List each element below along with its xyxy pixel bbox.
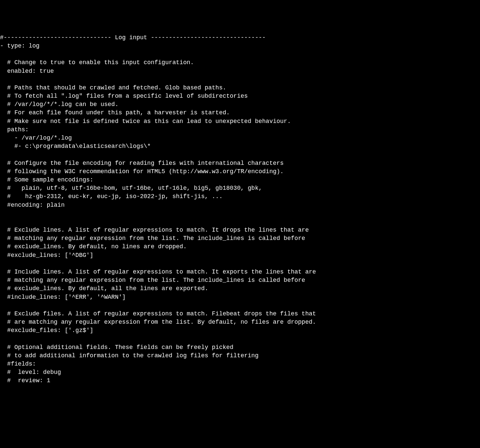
- config-line: # Make sure not file is defined twice as…: [0, 117, 480, 126]
- config-line: # are matching any regular expression fr…: [0, 318, 480, 326]
- config-line: [0, 50, 480, 58]
- config-line: # Optional additional fields. These fiel…: [0, 343, 480, 352]
- config-line: [0, 335, 480, 343]
- config-line: [0, 75, 480, 84]
- config-line: # Configure the file encoding for readin…: [0, 159, 480, 168]
- config-line: - /var/log/*.log: [0, 134, 480, 142]
- config-line: # Exclude files. A list of regular expre…: [0, 310, 480, 318]
- config-line: [0, 209, 480, 218]
- config-line: [0, 218, 480, 226]
- config-line: #encoding: plain: [0, 201, 480, 209]
- config-line: # following the W3C recommendation for H…: [0, 168, 480, 176]
- config-line: # Exclude lines. A list of regular expre…: [0, 226, 480, 234]
- config-line: #- c:\programdata\elasticsearch\logs\*: [0, 142, 480, 151]
- config-line: # exclude_lines. By default, no lines ar…: [0, 243, 480, 251]
- config-line: # For each file found under this path, a…: [0, 109, 480, 117]
- config-line: #------------------------------ Log inpu…: [0, 34, 480, 42]
- config-line: # To fetch all ".log" files from a speci…: [0, 92, 480, 100]
- config-line: #exclude_lines: ['^DBG']: [0, 251, 480, 260]
- config-line: enabled: true: [0, 67, 480, 75]
- terminal-output: #------------------------------ Log inpu…: [0, 34, 480, 385]
- config-line: [0, 301, 480, 310]
- config-line: # exclude_lines. By default, all the lin…: [0, 284, 480, 293]
- config-line: # to add additional information to the c…: [0, 352, 480, 360]
- config-line: # /var/log/*/*.log can be used.: [0, 100, 480, 109]
- config-line: # Some sample encodings:: [0, 176, 480, 184]
- config-line: [0, 151, 480, 159]
- config-line: #include_lines: ['^ERR', '^WARN']: [0, 293, 480, 301]
- config-line: # Paths that should be crawled and fetch…: [0, 84, 480, 92]
- config-line: paths:: [0, 126, 480, 134]
- config-line: # level: debug: [0, 368, 480, 377]
- config-line: # hz-gb-2312, euc-kr, euc-jp, iso-2022-j…: [0, 192, 480, 201]
- config-line: #exclude_files: ['.gz$']: [0, 326, 480, 335]
- config-line: # matching any regular expression from t…: [0, 234, 480, 243]
- config-line: # Change to true to enable this input co…: [0, 58, 480, 67]
- config-line: # plain, utf-8, utf-16be-bom, utf-16be, …: [0, 184, 480, 192]
- config-line: # matching any regular expression from t…: [0, 276, 480, 284]
- config-line: #fields:: [0, 360, 480, 368]
- config-line: [0, 260, 480, 268]
- config-line: # review: 1: [0, 377, 480, 385]
- config-line: # Include lines. A list of regular expre…: [0, 268, 480, 276]
- config-line: - type: log: [0, 42, 480, 50]
